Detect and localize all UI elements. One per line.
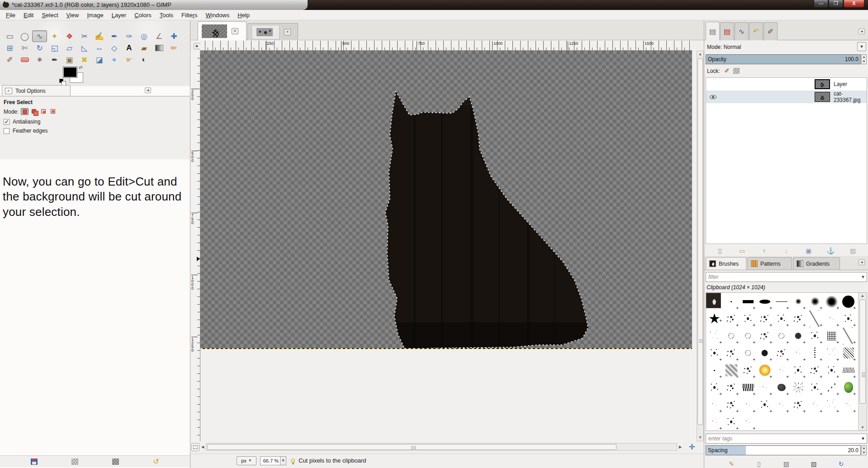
zoom-combo[interactable]: 66.7 % ▼: [260, 456, 286, 465]
airbrush-tool[interactable]: ✷: [32, 54, 47, 66]
close-tab-icon[interactable]: ×: [232, 28, 238, 34]
brush-star-9[interactable]: ★+: [706, 310, 723, 327]
brush-blank-68[interactable]: [790, 413, 806, 430]
brush-soft1-5[interactable]: +: [790, 293, 806, 310]
eraser-tool[interactable]: [17, 54, 32, 66]
quick-mask-toggle[interactable]: [191, 443, 199, 451]
measure-tool[interactable]: ∠: [152, 30, 166, 42]
brush-vline-33[interactable]: +: [806, 344, 823, 362]
brush-tex2-11[interactable]: +: [740, 310, 756, 327]
scroll-left-icon[interactable]: ◀: [199, 444, 206, 451]
rectangle-select-tool[interactable]: ▭: [2, 30, 17, 42]
brush-tex1-21[interactable]: +: [756, 327, 773, 344]
clone-tool[interactable]: ▣: [62, 54, 77, 66]
perspective-clone-tool[interactable]: ◪: [92, 54, 107, 66]
zoom-dropdown-icon[interactable]: ▼: [280, 457, 286, 465]
text-tool[interactable]: A: [122, 42, 137, 54]
brush-oval-3[interactable]: +: [756, 293, 773, 310]
perspective-tool[interactable]: ◺: [77, 42, 92, 54]
brush-tex2-57[interactable]: +: [756, 396, 773, 413]
brush-dots-61[interactable]: +: [823, 396, 840, 413]
tool-options-tab[interactable]: ✐ Tool Options: [2, 85, 71, 96]
tool-options-collapse-button[interactable]: ◄: [145, 87, 151, 93]
scroll-down-icon[interactable]: ▼: [697, 435, 703, 441]
scroll-up-icon[interactable]: ▲: [697, 51, 703, 57]
delete-brush-button[interactable]: ▨: [809, 459, 819, 468]
dodge-burn-tool[interactable]: ◐: [137, 54, 152, 66]
color-picker-tool[interactable]: ✑: [122, 30, 137, 42]
menu-file[interactable]: File: [2, 10, 19, 20]
unit-dropdown[interactable]: px▼: [237, 456, 256, 465]
brush-faint-48[interactable]: +: [756, 379, 773, 396]
foreground-color-swatch[interactable]: [63, 67, 77, 77]
ellipse-select-tool[interactable]: ◯: [17, 30, 32, 42]
tab-gradients[interactable]: Gradients: [793, 257, 840, 270]
opacity-spinner[interactable]: ▲▼: [861, 54, 867, 64]
feather-edges-checkbox[interactable]: [4, 128, 9, 134]
free-select-tool[interactable]: ∿: [32, 30, 47, 42]
restore-tool-preset-button[interactable]: [70, 457, 80, 466]
brush-ink-47[interactable]: +: [740, 379, 756, 396]
brush-filter-input[interactable]: filter ▼: [706, 272, 867, 282]
color-swatch-area[interactable]: ⇄: [63, 67, 89, 86]
close-button[interactable]: X: [844, 0, 864, 8]
brush-soft3-7[interactable]: +: [823, 293, 840, 310]
smudge-tool[interactable]: ☛: [122, 54, 137, 66]
spacing-spinner[interactable]: ▲▼: [861, 445, 867, 455]
menu-select[interactable]: Select: [38, 10, 62, 20]
lock-pixels-icon[interactable]: ✐: [725, 67, 730, 74]
brush-faint-65[interactable]: +: [740, 413, 756, 430]
brush-tex1-38[interactable]: +: [740, 362, 756, 379]
paths-tool[interactable]: ✒: [107, 30, 122, 42]
brush-tex2-13[interactable]: +: [773, 310, 790, 327]
lock-alpha-icon[interactable]: [733, 68, 740, 74]
brush-dots-34[interactable]: +: [823, 344, 840, 362]
brush-tex2-24[interactable]: +: [806, 327, 823, 344]
brush-disc-8[interactable]: +: [840, 293, 857, 310]
brush-tex1-59[interactable]: +: [790, 396, 806, 413]
brush-faint-32[interactable]: +: [790, 344, 806, 362]
brush-diag-35[interactable]: +: [840, 344, 857, 362]
brush-dots-18[interactable]: +: [706, 327, 723, 344]
brush-celld-23[interactable]: +: [790, 327, 806, 344]
image-tab-cat[interactable]: ×: [198, 21, 247, 40]
brush-tex2-17[interactable]: +: [840, 310, 857, 327]
brush-tex1-46[interactable]: +: [723, 379, 740, 396]
brush-scroll-down-icon[interactable]: ▼: [859, 425, 867, 430]
scissors-select-tool[interactable]: ✂: [77, 30, 92, 42]
move-tool[interactable]: ✚: [166, 30, 181, 42]
brush-blank-66[interactable]: [756, 413, 773, 430]
brush-scratch-44[interactable]: +: [840, 362, 857, 379]
image-tab-screenshot[interactable]: ×: [247, 23, 298, 40]
mode-intersect-button[interactable]: [49, 108, 57, 115]
brush-tex2-51[interactable]: +: [806, 379, 823, 396]
horizontal-scrollbar[interactable]: [206, 443, 677, 451]
brush-sliver-15[interactable]: +: [806, 310, 823, 327]
navigation-pan-icon[interactable]: ✛: [689, 443, 695, 451]
tab-undo-history[interactable]: ↶: [749, 22, 763, 40]
tab-paint-dynamics[interactable]: ✐: [764, 22, 778, 40]
brush-tex2-43[interactable]: +: [823, 362, 840, 379]
brush-burst-50[interactable]: +: [790, 379, 806, 396]
blur-sharpen-tool[interactable]: ●: [107, 54, 122, 66]
refresh-brushes-button[interactable]: ↻: [836, 459, 846, 468]
delete-layer-button[interactable]: ▨: [848, 246, 858, 255]
brush-tex1-55[interactable]: +: [723, 396, 740, 413]
tab-brushes[interactable]: Brushes: [706, 257, 746, 270]
brush-cat-0[interactable]: +: [706, 293, 721, 308]
opacity-slider[interactable]: Opacity 100.0: [706, 54, 861, 64]
new-layer-group-button[interactable]: ▭: [737, 246, 747, 255]
menu-image[interactable]: Image: [83, 10, 107, 20]
brush-faint-58[interactable]: +: [773, 396, 790, 413]
zoom-tool[interactable]: ◎: [137, 30, 152, 42]
menu-tools[interactable]: Tools: [156, 10, 177, 20]
default-colors-icon[interactable]: [59, 79, 63, 83]
bucket-fill-tool[interactable]: ▰: [137, 42, 152, 54]
title-bar[interactable]: *cat-233367.xcf-1.0 (RGB color, 2 layers…: [0, 0, 868, 10]
menu-view[interactable]: View: [62, 10, 83, 20]
brush-tex1-42[interactable]: +: [806, 362, 823, 379]
brush-tex2-27[interactable]: +: [706, 344, 723, 362]
brush-blank-71[interactable]: [840, 413, 857, 430]
crop-tool[interactable]: ✄: [17, 42, 32, 54]
swap-colors-icon[interactable]: ⇄: [79, 65, 82, 70]
